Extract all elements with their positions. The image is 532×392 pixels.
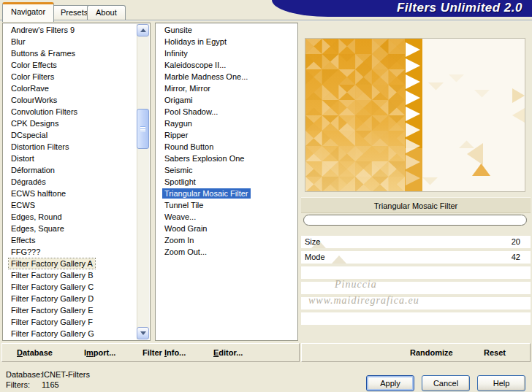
list-item[interactable]: Zoom Out... [156, 247, 297, 258]
arrow-down-icon [140, 331, 146, 335]
filter-info-button[interactable]: Filter Info... [142, 344, 186, 361]
tab-about[interactable]: About [87, 5, 126, 20]
param-row-size[interactable]: Size 20 [301, 236, 531, 248]
list-item[interactable]: Blur [3, 36, 150, 48]
watermark-url: www.maidiregrafica.eu [308, 295, 419, 307]
scroll-down-button[interactable] [137, 327, 149, 339]
cancel-button[interactable]: Cancel [422, 375, 470, 391]
editor-button[interactable]: Editor... [213, 344, 243, 361]
randomize-button[interactable]: Randomize [410, 344, 453, 361]
database-status-value: ICNET-Filters [42, 370, 90, 379]
list-item[interactable]: Filter Factory Gallery A [3, 258, 150, 270]
arrow-up-icon [140, 28, 146, 32]
param-row-empty [301, 312, 531, 325]
slider-thumb-icon[interactable] [332, 255, 346, 264]
list-item[interactable]: Seismic [156, 165, 297, 177]
list-item[interactable]: Weave... [156, 212, 297, 223]
preview-panel: Triangular Mosaic Filter Size 20 Mode 42… [301, 23, 531, 341]
tab-navigator[interactable]: Navigator [2, 2, 54, 22]
category-list-items: Andrew's Filters 9 Blur Buttons & Frames… [3, 23, 150, 340]
list-item[interactable]: ColourWorks [3, 95, 150, 107]
list-item[interactable]: Origami [156, 95, 297, 107]
list-item[interactable]: Holidays in Egypt [156, 36, 297, 48]
filter-preview-image [305, 38, 525, 192]
preview-caption: Triangular Mosaic Filter [301, 197, 531, 213]
list-item[interactable]: Buttons & Frames [3, 48, 150, 60]
list-item[interactable]: Effects [3, 235, 150, 247]
filters-status-value: 1165 [42, 380, 59, 389]
list-item[interactable]: Triangular Mosaic Filter [156, 188, 297, 200]
category-scrollbar[interactable] [137, 24, 149, 339]
list-item[interactable]: CPK Designs [3, 118, 150, 130]
database-status-label: Database: [6, 370, 42, 379]
list-item[interactable]: Infinity [156, 48, 297, 60]
list-item[interactable]: Spotlight [156, 177, 297, 188]
watermark-text: Pinuccia [335, 279, 377, 291]
list-item[interactable]: Zoom In [156, 235, 297, 247]
list-item[interactable]: Filter Factory Gallery C [3, 282, 150, 293]
list-item[interactable]: Sabers Explosion One [156, 153, 297, 165]
category-listbox: Andrew's Filters 9 Blur Buttons & Frames… [2, 23, 151, 341]
list-item[interactable]: Filter Factory Gallery D [3, 293, 150, 305]
reset-button[interactable]: Reset [484, 344, 506, 361]
list-item[interactable]: Edges, Round [3, 212, 150, 223]
list-item[interactable]: DCspecial [3, 130, 150, 142]
scroll-up-button[interactable] [137, 24, 149, 36]
list-item[interactable]: Filter Factory Gallery B [3, 270, 150, 282]
help-button[interactable]: Help [477, 375, 525, 391]
filters-unlimited-dialog: Filters Unlimited 2.0 Navigator Presets … [0, 0, 532, 392]
list-item[interactable]: Filter Factory Gallery E [3, 305, 150, 317]
list-item[interactable]: Convolution Filters [3, 107, 150, 118]
list-item[interactable]: Ripper [156, 130, 297, 142]
param-name: Size [305, 236, 320, 248]
list-item[interactable]: Raygun [156, 118, 297, 130]
scroll-thumb[interactable] [137, 109, 149, 149]
list-item[interactable]: Filter Factory Gallery F [3, 317, 150, 328]
list-item[interactable]: Distortion Filters [3, 142, 150, 153]
list-item[interactable]: ColorRave [3, 83, 150, 95]
list-item[interactable]: Color Effects [3, 60, 150, 72]
filter-listbox: Gunsite Holidays in Egypt Infinity Kalei… [155, 23, 298, 341]
progress-bar [303, 215, 527, 226]
list-item[interactable]: Filter Factory Gallery G [3, 328, 150, 340]
list-item[interactable]: FFG??? [3, 247, 150, 258]
apply-button[interactable]: Apply [366, 375, 414, 391]
list-item[interactable]: Pool Shadow... [156, 107, 297, 118]
param-value: 20 [512, 236, 520, 248]
window-title: Filters Unlimited 2.0 [397, 1, 522, 15]
title-banner: Filters Unlimited 2.0 [272, 0, 532, 17]
list-item[interactable]: Round Button [156, 142, 297, 153]
database-button[interactable]: Database [17, 344, 53, 361]
list-item[interactable]: Marble Madness One... [156, 72, 297, 83]
list-item[interactable]: Gunsite [156, 25, 297, 36]
filter-list-items: Gunsite Holidays in Egypt Infinity Kalei… [156, 23, 297, 258]
param-name: Mode [305, 251, 325, 264]
param-value: 42 [512, 251, 520, 264]
list-item[interactable]: Distort [3, 153, 150, 165]
import-button[interactable]: Import... [84, 344, 115, 361]
list-item[interactable]: Color Filters [3, 72, 150, 83]
list-item[interactable]: Edges, Square [3, 223, 150, 235]
list-item[interactable]: Mirror, Mirror [156, 83, 297, 95]
list-item[interactable]: Déformation [3, 165, 150, 177]
tab-divider [0, 20, 532, 21]
filters-status-label: Filters: [6, 380, 30, 389]
right-toolbar: Randomize Reset [301, 343, 531, 362]
list-item[interactable]: Andrew's Filters 9 [3, 25, 150, 36]
list-item[interactable]: Tunnel Tile [156, 200, 297, 212]
list-item[interactable]: Kaleidoscope II... [156, 60, 297, 72]
param-row-empty [301, 266, 531, 279]
left-toolbar: Database Import... Filter Info... Editor… [1, 343, 300, 362]
param-row-mode[interactable]: Mode 42 [301, 251, 531, 264]
list-item[interactable]: ECWS halftone [3, 188, 150, 200]
list-item[interactable]: ECWS [3, 200, 150, 212]
list-item[interactable]: Wood Grain [156, 223, 297, 235]
thumb-grip-icon [140, 126, 145, 132]
list-item[interactable]: Dégradés [3, 177, 150, 188]
